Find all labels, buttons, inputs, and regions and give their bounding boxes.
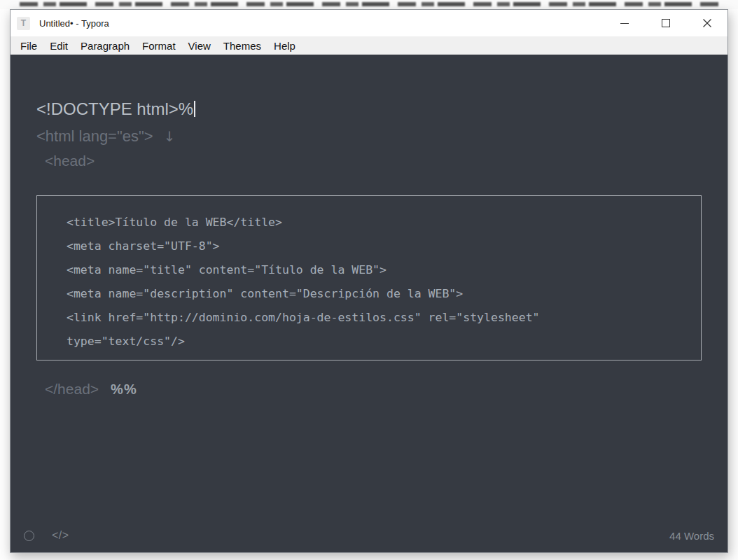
text-cursor [194, 101, 195, 117]
typora-window: T Untitled• - Typora File Edit Paragraph… [10, 9, 728, 553]
code-line: <meta name="description" content="Descri… [67, 282, 694, 306]
window-controls [604, 10, 727, 36]
code-line: <meta charset="UTF-8"> [67, 234, 694, 258]
minimize-button[interactable] [604, 10, 645, 36]
menu-file[interactable]: File [14, 36, 43, 55]
menu-bar: File Edit Paragraph Format View Themes H… [11, 36, 727, 55]
menu-view[interactable]: View [182, 36, 217, 55]
title-bar: T Untitled• - Typora [11, 10, 727, 36]
menu-themes[interactable]: Themes [217, 36, 267, 55]
doctype-line: <!DOCTYPE html>% [36, 99, 195, 119]
maximize-icon [662, 19, 670, 27]
close-icon [702, 18, 712, 28]
background-window-sliver [0, 0, 738, 9]
code-line: <link href="http://dominio.com/hoja-de-e… [67, 306, 694, 330]
head-close-line: </head>%% [45, 381, 137, 398]
editor-area[interactable]: <!DOCTYPE html>% <html lang="es">↓ <head… [11, 55, 727, 552]
head-close-suffix: %% [111, 382, 137, 397]
head-close-text: </head> [45, 381, 99, 397]
menu-help[interactable]: Help [267, 36, 302, 55]
head-open-line: <head> [45, 153, 95, 169]
word-count[interactable]: 44 Words [669, 530, 714, 542]
source-code-mode-icon[interactable]: </> [52, 529, 69, 542]
code-block[interactable]: <title>Título de la WEB</title> <meta ch… [36, 195, 702, 360]
html-open-line: <html lang="es">↓ [36, 127, 175, 146]
typora-app-icon: T [17, 17, 30, 30]
blurred-background-text [20, 2, 724, 6]
circle-outline-icon[interactable] [24, 531, 34, 541]
maximize-button[interactable] [645, 10, 686, 36]
menu-paragraph[interactable]: Paragraph [74, 36, 136, 55]
doctype-text: <!DOCTYPE html>% [36, 99, 193, 118]
menu-format[interactable]: Format [136, 36, 182, 55]
menu-edit[interactable]: Edit [43, 36, 74, 55]
down-arrow-icon: ↓ [164, 128, 176, 145]
code-line: <title>Título de la WEB</title> [67, 211, 694, 234]
status-bar: </> 44 Words [11, 519, 727, 552]
window-title: Untitled• - Typora [39, 18, 109, 29]
minimize-icon [620, 23, 629, 24]
code-line: type="text/css"/> [67, 330, 694, 354]
code-line: <meta name="title" content="Título de la… [67, 258, 694, 282]
html-open-text: <html lang="es"> [36, 127, 153, 145]
close-button[interactable] [686, 10, 727, 36]
